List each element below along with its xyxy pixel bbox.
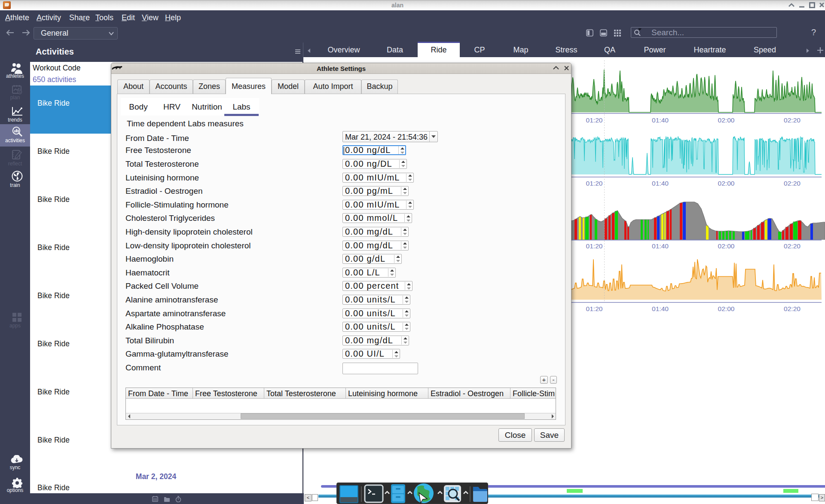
svg-text:02:20: 02:20 (784, 116, 801, 124)
svg-text:02:00: 02:00 (718, 180, 735, 187)
svg-text:02:20: 02:20 (784, 242, 801, 250)
svg-text:01:40: 01:40 (652, 116, 669, 124)
svg-text:01:40: 01:40 (652, 305, 669, 312)
svg-text:02:00: 02:00 (718, 116, 735, 124)
svg-text:01:40: 01:40 (652, 180, 669, 187)
svg-text:01:20: 01:20 (586, 305, 603, 312)
svg-text:01:40: 01:40 (652, 242, 669, 250)
svg-text:01:20: 01:20 (586, 116, 603, 124)
svg-text:02:00: 02:00 (718, 242, 735, 250)
svg-text:02:00: 02:00 (718, 305, 735, 312)
svg-text:02:20: 02:20 (784, 180, 801, 187)
svg-text:01:20: 01:20 (586, 180, 603, 187)
svg-text:01:20: 01:20 (586, 242, 603, 250)
svg-text:02:20: 02:20 (784, 305, 801, 312)
